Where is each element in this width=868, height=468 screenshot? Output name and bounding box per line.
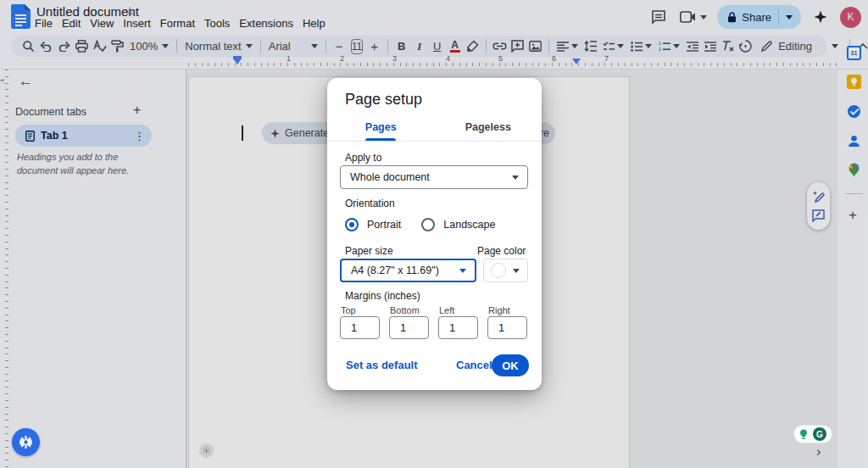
- margin-top-input[interactable]: [340, 316, 380, 339]
- apply-to-select[interactable]: Whole document: [340, 165, 528, 189]
- starburst-icon: [19, 435, 33, 449]
- landscape-label[interactable]: Landscape: [443, 219, 495, 231]
- portrait-radio[interactable]: [345, 218, 359, 231]
- chevron-right-icon[interactable]: ›: [816, 444, 821, 460]
- page-color-caret-icon: [513, 269, 520, 273]
- margin-left-label: Left: [439, 305, 454, 315]
- margin-bottom-input[interactable]: [389, 316, 429, 339]
- page-color-select[interactable]: [483, 259, 528, 282]
- cancel-button[interactable]: Cancel: [456, 354, 492, 376]
- dialog-buttons: Set as default Cancel OK: [327, 354, 542, 376]
- margins-label: Margins (inches): [345, 290, 420, 302]
- margin-bottom-label: Bottom: [390, 305, 420, 315]
- grammarly-pill[interactable]: G: [793, 425, 832, 443]
- orientation-options: Portrait Landscape: [345, 217, 507, 232]
- google-docs-app: Untitled document ☆ File Edit View Inser…: [0, 0, 868, 468]
- apply-to-label: Apply to: [345, 152, 381, 164]
- page-color-label: Page color: [477, 245, 526, 257]
- tabs-divider: [327, 141, 542, 142]
- margin-right-input[interactable]: [487, 316, 527, 339]
- apply-to-value: Whole document: [350, 171, 512, 183]
- paper-size-value: A4 (8.27" x 11.69"): [351, 265, 459, 276]
- portrait-label[interactable]: Portrait: [367, 219, 401, 231]
- margin-left-input[interactable]: [438, 316, 478, 339]
- tab-pages[interactable]: Pages: [327, 117, 435, 141]
- paper-size-label: Paper size: [345, 245, 393, 257]
- page-color-swatch: [491, 263, 506, 278]
- landscape-radio[interactable]: [421, 218, 435, 231]
- orientation-label: Orientation: [345, 198, 395, 209]
- paper-size-select[interactable]: A4 (8.27" x 11.69"): [340, 259, 476, 282]
- page-setup-dialog: Page setup Pages Pageless Apply to Whole…: [327, 78, 542, 390]
- paper-size-caret-icon: [459, 269, 466, 273]
- lightbulb-icon: [799, 429, 808, 440]
- margin-top-label: Top: [341, 305, 356, 315]
- extension-button[interactable]: [12, 428, 40, 456]
- ok-button[interactable]: OK: [492, 354, 529, 376]
- grammarly-icon: G: [813, 427, 826, 441]
- set-as-default-button[interactable]: Set as default: [346, 354, 418, 376]
- margin-right-label: Right: [488, 305, 510, 315]
- apply-to-caret-icon: [512, 176, 519, 180]
- dialog-tabs: Pages Pageless: [327, 117, 542, 141]
- dialog-title: Page setup: [345, 91, 422, 109]
- tab-pageless[interactable]: Pageless: [435, 117, 542, 141]
